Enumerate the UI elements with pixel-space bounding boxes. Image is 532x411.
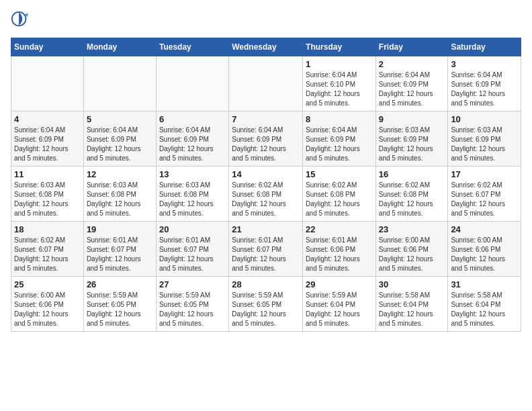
day-info: Sunrise: 6:04 AM Sunset: 6:10 PM Dayligh… [306, 71, 373, 108]
day-info: Sunrise: 6:02 AM Sunset: 6:07 PM Dayligh… [451, 181, 518, 218]
day-number: 12 [87, 169, 153, 179]
calendar-cell: 14Sunrise: 6:02 AM Sunset: 6:08 PM Dayli… [229, 167, 303, 222]
day-info: Sunrise: 5:58 AM Sunset: 6:04 PM Dayligh… [379, 291, 445, 328]
day-info: Sunrise: 5:58 AM Sunset: 6:04 PM Dayligh… [451, 291, 518, 328]
day-number: 17 [451, 169, 518, 179]
day-info: Sunrise: 6:03 AM Sunset: 6:09 PM Dayligh… [379, 126, 445, 163]
day-info: Sunrise: 6:04 AM Sunset: 6:09 PM Dayligh… [159, 126, 226, 163]
day-info: Sunrise: 5:59 AM Sunset: 6:05 PM Dayligh… [159, 291, 226, 328]
weekday-header-friday: Friday [375, 38, 448, 56]
weekday-header-tuesday: Tuesday [156, 38, 228, 56]
logo-icon [11, 11, 30, 30]
day-info: Sunrise: 6:04 AM Sunset: 6:09 PM Dayligh… [87, 126, 153, 163]
day-number: 20 [159, 224, 226, 234]
day-info: Sunrise: 6:02 AM Sunset: 6:08 PM Dayligh… [232, 181, 300, 218]
calendar-cell: 24Sunrise: 6:00 AM Sunset: 6:06 PM Dayli… [448, 222, 521, 277]
logo [11, 11, 32, 30]
calendar-cell: 25Sunrise: 6:00 AM Sunset: 6:06 PM Dayli… [11, 277, 84, 332]
calendar-cell: 12Sunrise: 6:03 AM Sunset: 6:08 PM Dayli… [83, 167, 156, 222]
day-number: 6 [159, 114, 226, 124]
day-info: Sunrise: 6:04 AM Sunset: 6:09 PM Dayligh… [379, 71, 445, 108]
day-info: Sunrise: 6:02 AM Sunset: 6:08 PM Dayligh… [379, 181, 445, 218]
calendar-cell: 13Sunrise: 6:03 AM Sunset: 6:08 PM Dayli… [156, 167, 228, 222]
calendar-cell: 23Sunrise: 6:00 AM Sunset: 6:06 PM Dayli… [375, 222, 448, 277]
calendar-cell: 8Sunrise: 6:04 AM Sunset: 6:09 PM Daylig… [303, 111, 376, 167]
day-number: 19 [87, 224, 153, 234]
weekday-header-sunday: Sunday [11, 38, 84, 56]
day-info: Sunrise: 5:59 AM Sunset: 6:05 PM Dayligh… [87, 291, 153, 328]
weekday-header-monday: Monday [83, 38, 156, 56]
day-info: Sunrise: 5:59 AM Sunset: 6:04 PM Dayligh… [306, 291, 373, 328]
calendar-cell: 31Sunrise: 5:58 AM Sunset: 6:04 PM Dayli… [448, 277, 521, 332]
calendar-cell [11, 56, 84, 111]
weekday-header-thursday: Thursday [303, 38, 376, 56]
day-info: Sunrise: 6:00 AM Sunset: 6:06 PM Dayligh… [451, 236, 518, 273]
day-info: Sunrise: 6:01 AM Sunset: 6:06 PM Dayligh… [306, 236, 373, 273]
day-number: 30 [379, 279, 445, 289]
calendar-week-row: 1Sunrise: 6:04 AM Sunset: 6:10 PM Daylig… [11, 56, 521, 111]
day-number: 8 [306, 114, 373, 124]
calendar-cell: 19Sunrise: 6:01 AM Sunset: 6:07 PM Dayli… [83, 222, 156, 277]
day-info: Sunrise: 6:04 AM Sunset: 6:09 PM Dayligh… [232, 126, 300, 163]
day-info: Sunrise: 6:03 AM Sunset: 6:08 PM Dayligh… [87, 181, 153, 218]
calendar-table: SundayMondayTuesdayWednesdayThursdayFrid… [11, 38, 521, 332]
calendar-cell: 18Sunrise: 6:02 AM Sunset: 6:07 PM Dayli… [11, 222, 84, 277]
calendar-cell: 27Sunrise: 5:59 AM Sunset: 6:05 PM Dayli… [156, 277, 228, 332]
day-number: 9 [379, 114, 445, 124]
calendar-cell: 4Sunrise: 6:04 AM Sunset: 6:09 PM Daylig… [11, 111, 84, 167]
calendar-cell: 16Sunrise: 6:02 AM Sunset: 6:08 PM Dayli… [375, 167, 448, 222]
day-number: 10 [451, 114, 518, 124]
day-number: 21 [232, 224, 300, 234]
calendar-cell: 7Sunrise: 6:04 AM Sunset: 6:09 PM Daylig… [229, 111, 303, 167]
calendar-cell: 17Sunrise: 6:02 AM Sunset: 6:07 PM Dayli… [448, 167, 521, 222]
day-number: 14 [232, 169, 300, 179]
calendar-cell: 21Sunrise: 6:01 AM Sunset: 6:07 PM Dayli… [229, 222, 303, 277]
day-number: 16 [379, 169, 445, 179]
calendar-cell [229, 56, 303, 111]
day-info: Sunrise: 6:02 AM Sunset: 6:07 PM Dayligh… [14, 236, 81, 273]
calendar-cell: 22Sunrise: 6:01 AM Sunset: 6:06 PM Dayli… [303, 222, 376, 277]
calendar-cell: 15Sunrise: 6:02 AM Sunset: 6:08 PM Dayli… [303, 167, 376, 222]
day-info: Sunrise: 6:01 AM Sunset: 6:07 PM Dayligh… [87, 236, 153, 273]
day-info: Sunrise: 6:00 AM Sunset: 6:06 PM Dayligh… [14, 291, 81, 328]
day-info: Sunrise: 6:02 AM Sunset: 6:08 PM Dayligh… [306, 181, 373, 218]
day-info: Sunrise: 6:04 AM Sunset: 6:09 PM Dayligh… [451, 71, 518, 108]
calendar-cell [83, 56, 156, 111]
day-number: 27 [159, 279, 226, 289]
day-number: 23 [379, 224, 445, 234]
calendar-cell: 3Sunrise: 6:04 AM Sunset: 6:09 PM Daylig… [448, 56, 521, 111]
calendar-cell: 1Sunrise: 6:04 AM Sunset: 6:10 PM Daylig… [303, 56, 376, 111]
calendar-cell: 26Sunrise: 5:59 AM Sunset: 6:05 PM Dayli… [83, 277, 156, 332]
day-number: 24 [451, 224, 518, 234]
weekday-header-saturday: Saturday [448, 38, 521, 56]
calendar-body: 1Sunrise: 6:04 AM Sunset: 6:10 PM Daylig… [11, 56, 521, 332]
calendar-cell: 29Sunrise: 5:59 AM Sunset: 6:04 PM Dayli… [303, 277, 376, 332]
day-number: 11 [14, 169, 81, 179]
day-info: Sunrise: 6:03 AM Sunset: 6:08 PM Dayligh… [14, 181, 81, 218]
calendar-week-row: 4Sunrise: 6:04 AM Sunset: 6:09 PM Daylig… [11, 111, 521, 167]
weekday-header-wednesday: Wednesday [229, 38, 303, 56]
calendar-cell: 30Sunrise: 5:58 AM Sunset: 6:04 PM Dayli… [375, 277, 448, 332]
day-info: Sunrise: 6:00 AM Sunset: 6:06 PM Dayligh… [379, 236, 445, 273]
day-info: Sunrise: 6:03 AM Sunset: 6:09 PM Dayligh… [451, 126, 518, 163]
day-number: 25 [14, 279, 81, 289]
calendar-cell: 11Sunrise: 6:03 AM Sunset: 6:08 PM Dayli… [11, 167, 84, 222]
day-info: Sunrise: 5:59 AM Sunset: 6:05 PM Dayligh… [232, 291, 300, 328]
day-info: Sunrise: 6:01 AM Sunset: 6:07 PM Dayligh… [232, 236, 300, 273]
day-number: 4 [14, 114, 81, 124]
day-number: 2 [379, 59, 445, 69]
day-number: 3 [451, 59, 518, 69]
calendar-week-row: 18Sunrise: 6:02 AM Sunset: 6:07 PM Dayli… [11, 222, 521, 277]
calendar-cell: 6Sunrise: 6:04 AM Sunset: 6:09 PM Daylig… [156, 111, 228, 167]
calendar-cell: 10Sunrise: 6:03 AM Sunset: 6:09 PM Dayli… [448, 111, 521, 167]
day-number: 31 [451, 279, 518, 289]
calendar-cell: 5Sunrise: 6:04 AM Sunset: 6:09 PM Daylig… [83, 111, 156, 167]
day-number: 22 [306, 224, 373, 234]
day-number: 26 [87, 279, 153, 289]
day-info: Sunrise: 6:04 AM Sunset: 6:09 PM Dayligh… [14, 126, 81, 163]
page-header [11, 11, 521, 30]
day-number: 7 [232, 114, 300, 124]
day-info: Sunrise: 6:04 AM Sunset: 6:09 PM Dayligh… [306, 126, 373, 163]
day-number: 5 [87, 114, 153, 124]
day-number: 15 [306, 169, 373, 179]
